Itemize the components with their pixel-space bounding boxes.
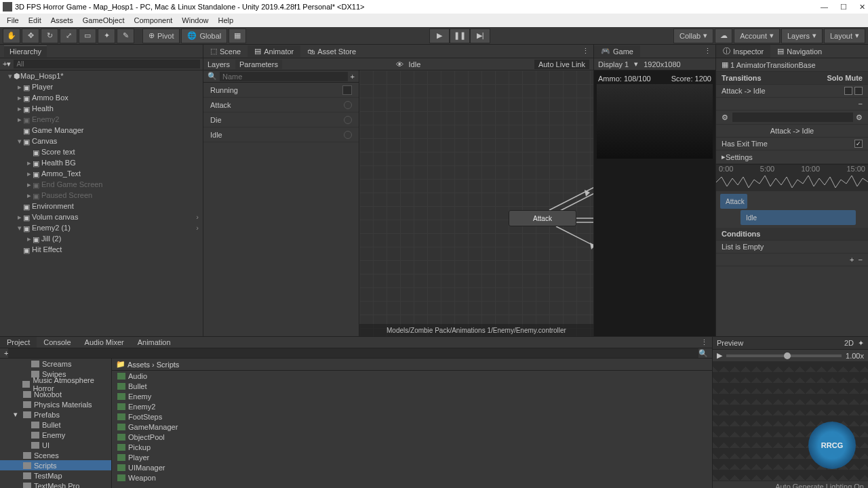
custom-tool-icon[interactable]: ✎ bbox=[117, 28, 134, 43]
panel-menu-icon[interactable]: ⋮ bbox=[578, 47, 593, 56]
menu-window[interactable]: Window bbox=[178, 15, 212, 26]
game-view[interactable]: Ammo: 108/100 Score: 1200 bbox=[594, 70, 715, 336]
folder-row[interactable]: ▾Prefabs bbox=[0, 409, 111, 420]
cloud-icon[interactable]: ☁ bbox=[715, 28, 732, 43]
layout-dropdown[interactable]: Layout▾ bbox=[824, 28, 865, 43]
hierarchy-item[interactable]: ▸▣Health bbox=[0, 103, 203, 114]
hierarchy-item[interactable]: ▸▣Paused Screen bbox=[0, 190, 203, 201]
collab-dropdown[interactable]: Collab▾ bbox=[673, 28, 713, 43]
tab-console[interactable]: Console bbox=[37, 337, 77, 348]
file-row[interactable]: FootSteps bbox=[112, 411, 712, 422]
tab-navigation[interactable]: ▤Navigation bbox=[770, 45, 829, 57]
node-attack[interactable]: Attack bbox=[509, 210, 576, 226]
hierarchy-search[interactable] bbox=[14, 60, 200, 68]
file-row[interactable]: GameManager bbox=[112, 422, 712, 432]
transform-tool-icon[interactable]: ✦ bbox=[98, 28, 115, 43]
remove-condition-icon[interactable]: − bbox=[859, 256, 863, 264]
hierarchy-item[interactable]: ▸▣End Game Screen bbox=[0, 179, 203, 190]
play-button[interactable]: ▶ bbox=[429, 28, 450, 43]
folder-row[interactable]: Bullet bbox=[0, 420, 111, 430]
tab-project[interactable]: Project bbox=[0, 337, 37, 348]
has-exit-checkbox[interactable]: ✓ bbox=[854, 140, 863, 148]
tab-inspector[interactable]: ⓘInspector bbox=[716, 45, 770, 58]
preview-opts-icon[interactable]: ✦ bbox=[858, 339, 864, 348]
pivot-toggle[interactable]: ⊕Pivot bbox=[142, 28, 180, 43]
menu-help[interactable]: Help bbox=[214, 15, 237, 26]
tab-game[interactable]: 🎮Game bbox=[594, 45, 640, 57]
add-param-icon[interactable]: + bbox=[351, 73, 355, 81]
folder-row[interactable]: Music Atmosphere Horror bbox=[0, 379, 111, 389]
folder-row[interactable]: UI bbox=[0, 440, 111, 450]
rect-tool-icon[interactable]: ▭ bbox=[79, 28, 96, 43]
tab-scene[interactable]: ⬚Scene bbox=[203, 45, 248, 57]
hierarchy-tab[interactable]: Hierarchy bbox=[4, 45, 47, 57]
tab-asset-store[interactable]: 🛍Asset Store bbox=[300, 46, 363, 57]
folder-row[interactable]: Scenes bbox=[0, 450, 111, 460]
eye-icon[interactable]: 👁 bbox=[396, 60, 403, 68]
file-row[interactable]: ObjectPool bbox=[112, 432, 712, 442]
hierarchy-item[interactable]: ▸▣Enemy2 bbox=[0, 114, 203, 125]
move-tool-icon[interactable]: ✥ bbox=[22, 28, 39, 43]
name-field[interactable] bbox=[732, 113, 853, 122]
param-row[interactable]: Attack bbox=[203, 98, 359, 113]
parameters-subtab[interactable]: Parameters bbox=[235, 60, 282, 69]
remove-icon[interactable]: − bbox=[859, 100, 863, 108]
hierarchy-item[interactable]: ▸▣Volum canvas› bbox=[0, 211, 203, 222]
menu-edit[interactable]: Edit bbox=[24, 15, 45, 26]
folder-row[interactable]: TestMap bbox=[0, 470, 111, 481]
rotate-tool-icon[interactable]: ↻ bbox=[41, 28, 58, 43]
file-row[interactable]: Weapon bbox=[112, 472, 712, 483]
panel-menu-icon[interactable]: ⋮ bbox=[700, 47, 715, 56]
minimize-icon[interactable]: — bbox=[821, 3, 828, 12]
snap-icon[interactable]: ▦ bbox=[229, 28, 246, 43]
hierarchy-item[interactable]: ▣Game Manager bbox=[0, 125, 203, 136]
file-row[interactable]: Enemy bbox=[112, 391, 712, 401]
hierarchy-item[interactable]: ▾▣Canvas bbox=[0, 136, 203, 146]
menu-gameobject[interactable]: GameObject bbox=[79, 15, 129, 26]
folder-row[interactable]: Enemy bbox=[0, 430, 111, 440]
gear-icon[interactable]: ⚙ bbox=[856, 113, 863, 122]
settings-icon[interactable]: ⚙ bbox=[722, 113, 728, 122]
step-button[interactable]: ▶| bbox=[470, 28, 490, 43]
clip-attack[interactable]: Attack bbox=[720, 194, 747, 209]
resolution[interactable]: 1920x1080 bbox=[644, 60, 680, 68]
menu-component[interactable]: Component bbox=[130, 15, 176, 26]
file-row[interactable]: Pickup bbox=[112, 442, 712, 452]
transition-row[interactable]: Attack -> Idle bbox=[722, 87, 766, 95]
folder-row[interactable]: Scripts bbox=[0, 460, 111, 470]
scene-root[interactable]: Map_Hosp1* bbox=[20, 72, 64, 80]
hierarchy-item[interactable]: ▸▣Ammo Box bbox=[0, 92, 203, 103]
folder-row[interactable]: TextMesh Pro bbox=[0, 481, 111, 488]
mute-checkbox[interactable] bbox=[854, 87, 863, 95]
menu-assets[interactable]: Assets bbox=[47, 15, 77, 26]
scale-tool-icon[interactable]: ⤢ bbox=[60, 28, 77, 43]
preview-2d[interactable]: 2D bbox=[844, 339, 854, 347]
project-search[interactable] bbox=[8, 348, 698, 358]
menu-file[interactable]: File bbox=[3, 15, 23, 26]
search-icon[interactable]: 🔍 bbox=[698, 349, 708, 358]
maximize-icon[interactable]: ☐ bbox=[840, 3, 847, 12]
preview-play-icon[interactable]: ▶ bbox=[717, 351, 722, 360]
hierarchy-item[interactable]: ▸▣Health BG bbox=[0, 157, 203, 168]
animator-graph[interactable]: Entry Idle Attack Run Dying Models/Zombi… bbox=[359, 70, 593, 336]
param-search[interactable] bbox=[220, 72, 348, 81]
layers-subtab[interactable]: Layers bbox=[208, 60, 230, 68]
hierarchy-item[interactable]: ▣Score text bbox=[0, 146, 203, 157]
tab-audio-mixer[interactable]: Audio Mixer bbox=[78, 337, 131, 348]
hierarchy-item[interactable]: ▾▣Enemy2 (1)› bbox=[0, 222, 203, 233]
file-row[interactable]: UIManager bbox=[112, 462, 712, 472]
hierarchy-item[interactable]: ▸▣Player bbox=[0, 81, 203, 92]
clip-idle[interactable]: Idle bbox=[741, 210, 856, 225]
file-row[interactable]: Bullet bbox=[112, 381, 712, 391]
tab-animator[interactable]: ▤Animator bbox=[248, 45, 300, 57]
file-row[interactable]: Audio bbox=[112, 371, 712, 381]
account-dropdown[interactable]: Account▾ bbox=[734, 28, 780, 43]
file-row[interactable]: Player bbox=[112, 452, 712, 462]
auto-live-link[interactable]: Auto Live Link bbox=[534, 60, 589, 69]
transition-timeline[interactable]: 0:00 5:00 10:00 15:00 bbox=[716, 164, 868, 191]
close-icon[interactable]: ✕ bbox=[859, 3, 865, 12]
breadcrumb[interactable]: 📁 Assets› Scripts bbox=[112, 359, 712, 371]
tab-animation[interactable]: Animation bbox=[131, 337, 178, 348]
hierarchy-item[interactable]: ▸▣Jill (2) bbox=[0, 233, 203, 244]
hierarchy-item[interactable]: ▣Environment bbox=[0, 201, 203, 211]
